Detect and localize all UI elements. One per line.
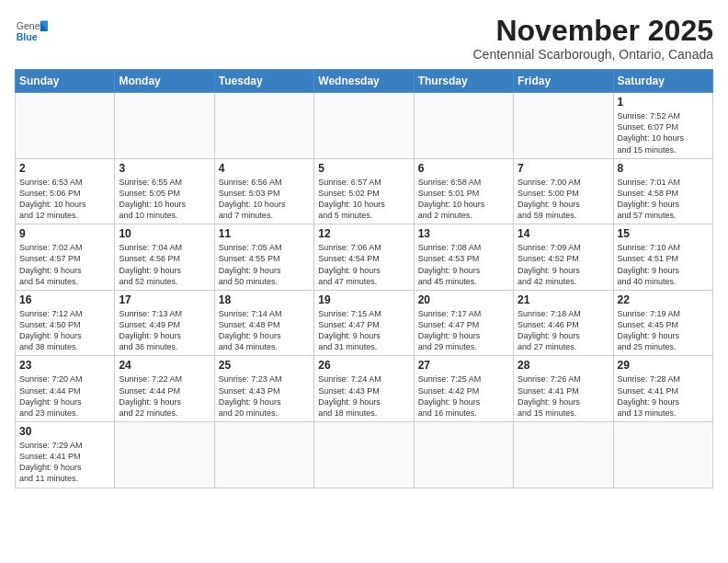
day-number: 7 <box>518 162 609 175</box>
calendar-cell: 17Sunrise: 7:13 AM Sunset: 4:49 PM Dayli… <box>115 290 214 356</box>
calendar-cell <box>115 93 214 159</box>
calendar-cell <box>514 93 613 159</box>
cell-sun-info: Sunrise: 7:18 AM Sunset: 4:46 PM Dayligh… <box>518 308 609 353</box>
day-number: 16 <box>19 293 110 306</box>
cell-sun-info: Sunrise: 7:06 AM Sunset: 4:54 PM Dayligh… <box>318 242 409 287</box>
cell-sun-info: Sunrise: 7:08 AM Sunset: 4:53 PM Dayligh… <box>418 242 509 287</box>
day-header-friday: Friday <box>514 70 613 93</box>
cell-sun-info: Sunrise: 7:23 AM Sunset: 4:43 PM Dayligh… <box>219 373 310 419</box>
cell-sun-info: Sunrise: 7:28 AM Sunset: 4:41 PM Dayligh… <box>618 373 709 419</box>
location-subtitle: Centennial Scarborough, Ontario, Canada <box>472 47 713 62</box>
cell-sun-info: Sunrise: 7:09 AM Sunset: 4:52 PM Dayligh… <box>518 242 609 287</box>
calendar-week-4: 16Sunrise: 7:12 AM Sunset: 4:50 PM Dayli… <box>16 290 713 356</box>
cell-sun-info: Sunrise: 7:04 AM Sunset: 4:56 PM Dayligh… <box>119 242 210 287</box>
calendar-cell: 19Sunrise: 7:15 AM Sunset: 4:47 PM Dayli… <box>314 290 414 356</box>
cell-sun-info: Sunrise: 7:00 AM Sunset: 5:00 PM Dayligh… <box>518 177 609 222</box>
day-number: 10 <box>119 227 210 240</box>
calendar-cell <box>115 422 214 488</box>
day-header-tuesday: Tuesday <box>214 70 313 93</box>
day-header-sunday: Sunday <box>16 70 115 93</box>
day-number: 14 <box>518 227 609 240</box>
cell-sun-info: Sunrise: 7:52 AM Sunset: 6:07 PM Dayligh… <box>618 110 709 155</box>
day-number: 28 <box>518 359 609 372</box>
day-header-row: SundayMondayTuesdayWednesdayThursdayFrid… <box>16 70 713 93</box>
calendar-cell <box>414 93 513 159</box>
title-block: November 2025 Centennial Scarborough, On… <box>472 15 713 62</box>
cell-sun-info: Sunrise: 7:12 AM Sunset: 4:50 PM Dayligh… <box>19 308 110 353</box>
day-number: 1 <box>618 96 709 109</box>
day-number: 6 <box>418 162 509 175</box>
page-header: General Blue November 2025 Centennial Sc… <box>15 15 713 62</box>
day-number: 23 <box>19 359 110 372</box>
cell-sun-info: Sunrise: 7:26 AM Sunset: 4:41 PM Dayligh… <box>518 373 609 419</box>
calendar-cell: 21Sunrise: 7:18 AM Sunset: 4:46 PM Dayli… <box>514 290 613 356</box>
day-header-saturday: Saturday <box>613 70 712 93</box>
day-number: 25 <box>219 359 310 372</box>
day-number: 26 <box>318 359 409 372</box>
calendar-cell: 9Sunrise: 7:02 AM Sunset: 4:57 PM Daylig… <box>16 224 115 291</box>
cell-sun-info: Sunrise: 7:13 AM Sunset: 4:49 PM Dayligh… <box>119 308 210 353</box>
day-number: 30 <box>19 425 110 438</box>
cell-sun-info: Sunrise: 7:05 AM Sunset: 4:55 PM Dayligh… <box>219 242 310 287</box>
day-header-monday: Monday <box>115 70 214 93</box>
calendar-cell <box>16 93 115 159</box>
calendar-cell: 11Sunrise: 7:05 AM Sunset: 4:55 PM Dayli… <box>214 224 313 291</box>
day-number: 8 <box>618 162 709 175</box>
cell-sun-info: Sunrise: 7:24 AM Sunset: 4:43 PM Dayligh… <box>318 373 409 419</box>
calendar-cell: 18Sunrise: 7:14 AM Sunset: 4:48 PM Dayli… <box>214 290 313 356</box>
day-number: 29 <box>618 359 709 372</box>
day-header-wednesday: Wednesday <box>314 70 414 93</box>
month-year-title: November 2025 <box>472 15 713 47</box>
cell-sun-info: Sunrise: 7:14 AM Sunset: 4:48 PM Dayligh… <box>219 308 310 353</box>
calendar-week-2: 2Sunrise: 6:53 AM Sunset: 5:06 PM Daylig… <box>16 158 713 224</box>
calendar-cell: 7Sunrise: 7:00 AM Sunset: 5:00 PM Daylig… <box>514 158 613 224</box>
calendar-cell: 10Sunrise: 7:04 AM Sunset: 4:56 PM Dayli… <box>115 224 214 291</box>
cell-sun-info: Sunrise: 6:53 AM Sunset: 5:06 PM Dayligh… <box>19 177 110 222</box>
cell-sun-info: Sunrise: 7:20 AM Sunset: 4:44 PM Dayligh… <box>19 373 110 419</box>
calendar-cell: 13Sunrise: 7:08 AM Sunset: 4:53 PM Dayli… <box>414 224 513 291</box>
day-number: 17 <box>119 293 210 306</box>
calendar-cell: 20Sunrise: 7:17 AM Sunset: 4:47 PM Dayli… <box>414 290 513 356</box>
calendar-cell <box>214 422 313 488</box>
day-number: 9 <box>19 227 110 240</box>
calendar-week-3: 9Sunrise: 7:02 AM Sunset: 4:57 PM Daylig… <box>16 224 713 291</box>
day-number: 11 <box>219 227 310 240</box>
calendar-cell: 5Sunrise: 6:57 AM Sunset: 5:02 PM Daylig… <box>314 158 414 224</box>
calendar-cell: 4Sunrise: 6:56 AM Sunset: 5:03 PM Daylig… <box>214 158 313 224</box>
calendar-cell: 22Sunrise: 7:19 AM Sunset: 4:45 PM Dayli… <box>613 290 712 356</box>
calendar-cell: 2Sunrise: 6:53 AM Sunset: 5:06 PM Daylig… <box>16 158 115 224</box>
calendar-cell: 29Sunrise: 7:28 AM Sunset: 4:41 PM Dayli… <box>613 356 712 422</box>
cell-sun-info: Sunrise: 7:25 AM Sunset: 4:42 PM Dayligh… <box>418 373 509 419</box>
calendar-table: SundayMondayTuesdayWednesdayThursdayFrid… <box>15 69 713 488</box>
generalblue-icon: General Blue <box>15 15 48 48</box>
day-number: 18 <box>219 293 310 306</box>
calendar-week-1: 1Sunrise: 7:52 AM Sunset: 6:07 PM Daylig… <box>16 93 713 159</box>
calendar-body: 1Sunrise: 7:52 AM Sunset: 6:07 PM Daylig… <box>16 93 713 488</box>
calendar-cell <box>414 422 513 488</box>
cell-sun-info: Sunrise: 6:57 AM Sunset: 5:02 PM Dayligh… <box>318 177 409 222</box>
day-number: 21 <box>518 293 609 306</box>
day-number: 5 <box>318 162 409 175</box>
day-number: 13 <box>418 227 509 240</box>
cell-sun-info: Sunrise: 7:19 AM Sunset: 4:45 PM Dayligh… <box>618 308 709 353</box>
calendar-cell: 1Sunrise: 7:52 AM Sunset: 6:07 PM Daylig… <box>613 93 712 159</box>
cell-sun-info: Sunrise: 6:56 AM Sunset: 5:03 PM Dayligh… <box>219 177 310 222</box>
calendar-header: SundayMondayTuesdayWednesdayThursdayFrid… <box>16 70 713 93</box>
cell-sun-info: Sunrise: 7:29 AM Sunset: 4:41 PM Dayligh… <box>19 440 110 485</box>
cell-sun-info: Sunrise: 7:17 AM Sunset: 4:47 PM Dayligh… <box>418 308 509 353</box>
day-number: 2 <box>19 162 110 175</box>
calendar-cell: 23Sunrise: 7:20 AM Sunset: 4:44 PM Dayli… <box>16 356 115 422</box>
cell-sun-info: Sunrise: 7:22 AM Sunset: 4:44 PM Dayligh… <box>119 373 210 419</box>
calendar-cell: 25Sunrise: 7:23 AM Sunset: 4:43 PM Dayli… <box>214 356 313 422</box>
calendar-cell <box>514 422 613 488</box>
calendar-cell: 30Sunrise: 7:29 AM Sunset: 4:41 PM Dayli… <box>16 422 115 488</box>
calendar-week-6: 30Sunrise: 7:29 AM Sunset: 4:41 PM Dayli… <box>16 422 713 488</box>
cell-sun-info: Sunrise: 6:58 AM Sunset: 5:01 PM Dayligh… <box>418 177 509 222</box>
calendar-cell: 28Sunrise: 7:26 AM Sunset: 4:41 PM Dayli… <box>514 356 613 422</box>
logo: General Blue <box>15 15 48 48</box>
calendar-cell: 3Sunrise: 6:55 AM Sunset: 5:05 PM Daylig… <box>115 158 214 224</box>
day-number: 19 <box>318 293 409 306</box>
calendar-cell <box>613 422 712 488</box>
calendar-cell <box>214 93 313 159</box>
calendar-cell: 24Sunrise: 7:22 AM Sunset: 4:44 PM Dayli… <box>115 356 214 422</box>
